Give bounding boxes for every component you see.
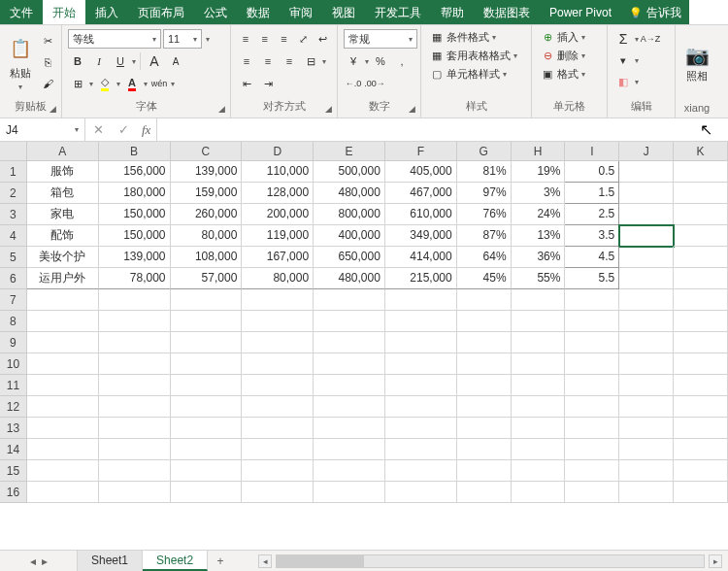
wrap-text-button[interactable]: ↩	[314, 29, 331, 49]
cell[interactable]	[674, 311, 728, 332]
scroll-right-button[interactable]: ▸	[709, 554, 722, 568]
copy-button[interactable]: ⎘	[38, 52, 57, 72]
cell[interactable]: 215,000	[385, 268, 457, 289]
cell[interactable]	[565, 289, 619, 311]
cell[interactable]	[457, 332, 512, 353]
tab-data[interactable]: 数据	[237, 0, 280, 24]
cell[interactable]	[619, 183, 674, 204]
cell[interactable]	[314, 460, 385, 482]
row-header[interactable]: 2	[0, 183, 27, 204]
cell[interactable]	[565, 311, 619, 332]
row-header[interactable]: 15	[0, 460, 27, 482]
cell[interactable]	[619, 396, 674, 418]
cell[interactable]: 19%	[512, 161, 566, 183]
cell[interactable]	[674, 353, 728, 375]
cell[interactable]	[171, 332, 243, 353]
col-header[interactable]: B	[99, 142, 171, 160]
cell[interactable]	[565, 396, 619, 418]
align-center-button[interactable]: ≡	[258, 51, 278, 71]
cell[interactable]	[619, 311, 674, 332]
fill-button[interactable]: ▾	[613, 50, 633, 70]
cell[interactable]: 159,000	[171, 183, 243, 204]
cell[interactable]	[314, 332, 385, 353]
cell[interactable]	[171, 353, 243, 375]
orientation-button[interactable]: ⤢	[294, 29, 312, 49]
cell[interactable]	[171, 460, 243, 482]
cell[interactable]: 139,000	[99, 247, 171, 268]
cell[interactable]	[674, 439, 728, 460]
insert-cells-button[interactable]: ⊕插入▾	[538, 29, 601, 46]
bold-button[interactable]: B	[68, 51, 87, 71]
cell[interactable]	[242, 332, 314, 353]
cell[interactable]: 55%	[512, 268, 566, 289]
col-header[interactable]: H	[512, 142, 566, 160]
cell[interactable]	[99, 460, 171, 482]
clipboard-dialog-launcher[interactable]: ◢	[46, 102, 59, 116]
format-painter-button[interactable]: 🖌	[38, 74, 57, 93]
cell[interactable]: 78,000	[99, 268, 171, 289]
cell[interactable]	[674, 396, 728, 418]
col-header[interactable]: E	[314, 142, 385, 160]
number-format-combo[interactable]: 常规▾	[344, 29, 417, 49]
cell[interactable]	[27, 332, 99, 353]
font-name-combo[interactable]: 等线▾	[68, 29, 161, 49]
cell[interactable]	[314, 439, 385, 460]
cell[interactable]: 24%	[512, 204, 566, 225]
cell[interactable]	[512, 353, 566, 375]
cell[interactable]	[512, 439, 566, 460]
cell[interactable]	[457, 460, 512, 482]
cell[interactable]	[457, 375, 512, 396]
sheet-tab[interactable]: Sheet1	[78, 551, 143, 571]
cell[interactable]: 76%	[457, 204, 512, 225]
cell[interactable]: 81%	[457, 161, 512, 183]
cell[interactable]	[565, 418, 619, 439]
cell[interactable]	[385, 396, 457, 418]
cell[interactable]	[314, 289, 385, 311]
autosum-button[interactable]: Σ	[613, 29, 633, 49]
cell[interactable]	[512, 289, 566, 311]
tab-review[interactable]: 审阅	[280, 0, 322, 24]
tab-home[interactable]: 开始	[43, 0, 85, 24]
chevron-down-icon[interactable]: ▾	[206, 35, 210, 44]
cell[interactable]	[619, 375, 674, 396]
cell[interactable]	[457, 396, 512, 418]
tab-formulas[interactable]: 公式	[194, 0, 237, 24]
alignment-dialog-launcher[interactable]: ◢	[321, 102, 335, 116]
cell[interactable]	[314, 311, 385, 332]
tab-help[interactable]: 帮助	[431, 0, 474, 24]
cell[interactable]	[674, 332, 728, 353]
cell[interactable]	[512, 460, 566, 482]
cell[interactable]	[385, 418, 457, 439]
cell[interactable]	[385, 375, 457, 396]
row-header[interactable]: 3	[0, 204, 27, 225]
cell[interactable]	[99, 439, 171, 460]
cancel-formula-button[interactable]: ✕	[85, 122, 111, 137]
row-header[interactable]: 8	[0, 311, 27, 332]
cell[interactable]	[314, 396, 385, 418]
cell[interactable]	[385, 353, 457, 375]
enter-formula-button[interactable]: ✓	[111, 122, 136, 137]
fill-color-button[interactable]: ◇	[95, 74, 115, 93]
row-header[interactable]: 16	[0, 482, 27, 503]
cell[interactable]	[314, 375, 385, 396]
cell[interactable]	[674, 482, 728, 503]
cell[interactable]	[242, 396, 314, 418]
phonetic-button[interactable]: wén	[149, 74, 169, 93]
cell[interactable]: 480,000	[314, 183, 385, 204]
add-sheet-button[interactable]: +	[208, 551, 233, 571]
cell[interactable]	[565, 482, 619, 503]
sheet-nav[interactable]: ◂ ▸	[0, 551, 78, 571]
formula-input[interactable]	[157, 118, 728, 141]
comma-button[interactable]: ,	[392, 51, 412, 71]
align-left-button[interactable]: ≡	[237, 51, 256, 71]
cell[interactable]	[242, 482, 314, 503]
cell[interactable]	[565, 353, 619, 375]
cell[interactable]	[674, 268, 728, 289]
cut-button[interactable]: ✂	[38, 31, 57, 50]
conditional-format-button[interactable]: ▦条件格式▾	[427, 29, 525, 46]
cell[interactable]	[457, 289, 512, 311]
horizontal-scrollbar[interactable]: ◂ ▸	[252, 551, 728, 571]
cell[interactable]: 2.5	[565, 204, 619, 225]
fx-label[interactable]: fx	[136, 122, 156, 138]
row-header[interactable]: 5	[0, 247, 27, 268]
